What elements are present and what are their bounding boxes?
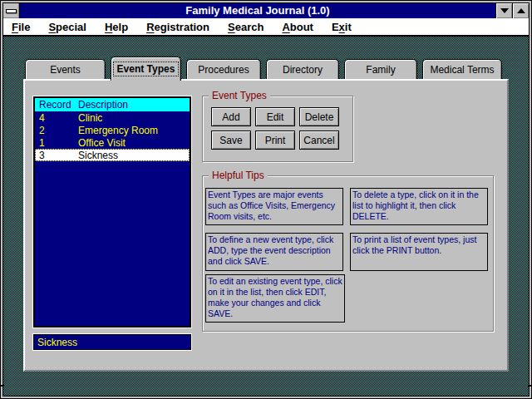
menu-search[interactable]: Search [228, 21, 264, 33]
tab-events[interactable]: Events [25, 59, 106, 79]
menu-special[interactable]: Special [48, 21, 86, 33]
menu-exit[interactable]: Exit [332, 21, 352, 33]
control-menu-icon [6, 9, 17, 13]
tab-family[interactable]: Family [344, 59, 417, 79]
tip-edit-instructions: To edit an existing event type, click on… [205, 274, 345, 323]
list-item-sickness-selected[interactable]: 3 Sickness [35, 149, 190, 161]
tip-print-instructions: To print a list of event types, just cli… [350, 233, 488, 271]
tip-add-instructions: To define a new event type, click ADD, t… [205, 233, 343, 271]
up-arrow-icon [517, 8, 525, 13]
add-button[interactable]: Add [211, 107, 251, 126]
tab-directory[interactable]: Directory [266, 59, 339, 79]
column-header-description: Description [78, 99, 190, 111]
desktop-client-area: Events Event Types Procedures Directory … [3, 37, 529, 396]
maximize-button[interactable] [512, 3, 529, 18]
cancel-button[interactable]: Cancel [299, 131, 339, 150]
tab-strip: Events Event Types Procedures Directory … [25, 57, 507, 79]
list-item-office-visit[interactable]: 1 Office Visit [35, 136, 190, 149]
tip-event-types-definition: Event Types are major events such as Off… [205, 188, 343, 225]
system-menu-button[interactable] [3, 3, 20, 18]
menu-file[interactable]: File [12, 21, 30, 33]
save-button[interactable]: Save [211, 131, 251, 150]
edit-button[interactable]: Edit [255, 107, 295, 126]
down-arrow-icon [500, 8, 509, 13]
event-types-groupbox: Event Types Add Edit Delete Save Print C… [202, 96, 353, 162]
list-header: Record Description [35, 98, 190, 111]
tab-medical-terms[interactable]: Medical Terms [422, 59, 502, 79]
menu-bar: File Special Help Registration Search Ab… [3, 18, 529, 37]
column-header-record: Record [35, 99, 78, 111]
event-types-list[interactable]: Record Description 4 Clinic 2 Emergency … [33, 96, 191, 328]
window-inner-frame: Family Medical Journal (1.0) File Specia… [2, 2, 530, 397]
helpful-tips-groupbox: Helpful Tips Event Types are major event… [202, 175, 494, 332]
minimize-button[interactable] [495, 3, 512, 18]
application-window: Family Medical Journal (1.0) File Specia… [0, 0, 532, 399]
tab-procedures[interactable]: Procedures [186, 59, 261, 79]
list-item-emergency-room[interactable]: 2 Emergency Room [35, 124, 190, 136]
menu-about[interactable]: About [282, 21, 313, 33]
menu-help[interactable]: Help [105, 21, 128, 33]
print-button[interactable]: Print [255, 131, 295, 150]
event-types-group-title: Event Types [209, 90, 270, 101]
tab-page-event-types: Record Description 4 Clinic 2 Emergency … [23, 79, 509, 372]
title-bar: Family Medical Journal (1.0) [3, 3, 529, 18]
selected-description-field[interactable]: Sickness [33, 334, 191, 350]
frame-resize-notch-left [1, 385, 4, 387]
helpful-tips-group-title: Helpful Tips [209, 170, 268, 181]
window-title: Family Medical Journal (1.0) [20, 3, 495, 18]
tip-delete-instructions: To delete a type, click on it in the lis… [350, 188, 488, 225]
menu-registration[interactable]: Registration [146, 21, 209, 33]
tab-event-types[interactable]: Event Types [111, 57, 181, 81]
list-item-clinic[interactable]: 4 Clinic [35, 111, 190, 124]
button-row-1: Add Edit Delete [211, 107, 339, 126]
delete-button[interactable]: Delete [299, 107, 339, 126]
button-row-2: Save Print Cancel [211, 131, 339, 150]
frame-resize-notch-right [528, 385, 531, 387]
